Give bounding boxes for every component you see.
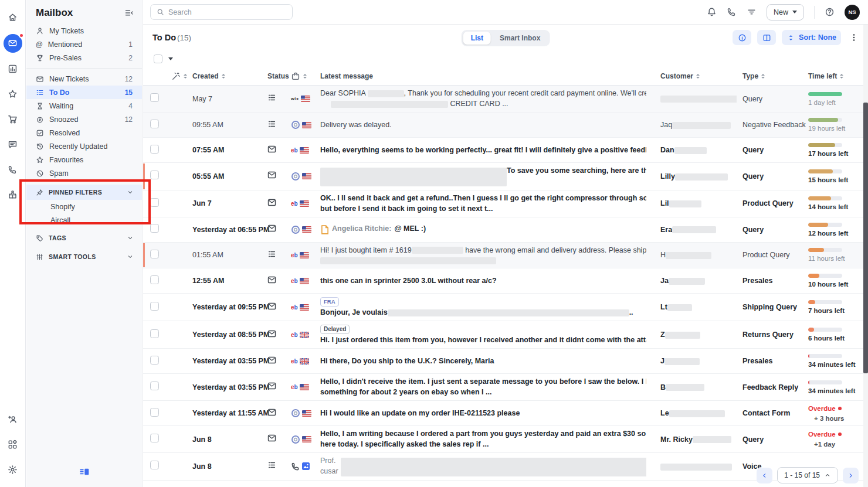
row-checkbox[interactable] (150, 145, 159, 154)
row-checkbox[interactable] (150, 408, 159, 417)
ticket-row[interactable]: Jun 7 eb OK.. I ll send it back and get … (143, 190, 868, 217)
call-icon[interactable] (727, 7, 737, 17)
row-checkbox[interactable] (150, 198, 159, 207)
ticket-row[interactable]: 05:55 AM To save you some searching, her… (143, 163, 868, 190)
row-checkbox[interactable] (150, 120, 159, 128)
row-checkbox[interactable] (150, 250, 159, 258)
more-options-button[interactable] (849, 33, 859, 42)
columns-button[interactable] (757, 30, 776, 45)
filter-icon[interactable] (747, 7, 757, 17)
row-checkbox-cell (150, 329, 171, 340)
ticket-row[interactable]: 07:55 AM eb Hello, everything seems to b… (143, 138, 868, 163)
rail-apps[interactable] (4, 436, 22, 454)
sidebar-item-favourites[interactable]: Favourites (26, 153, 142, 166)
rail-favorites[interactable] (4, 86, 22, 103)
rail-products[interactable] (4, 186, 22, 204)
ticket-row[interactable]: 09:55 AM Delivery was delayed. Jaq Negat… (143, 113, 868, 138)
row-checkbox[interactable] (150, 382, 159, 390)
collapse-sidebar-icon[interactable] (124, 8, 134, 18)
message-text: To save you some searching, here are thi… (507, 166, 646, 175)
header-created[interactable]: Created (192, 72, 267, 80)
time-left-label: 34 minutes left (808, 387, 859, 394)
ticket-row[interactable]: Jun 8 Hello, I am writing because I orde… (143, 426, 868, 453)
search-input[interactable]: Search (150, 4, 293, 20)
sidebar-item-resolved[interactable]: Resolved (26, 126, 142, 139)
row-checkbox[interactable] (150, 224, 159, 233)
ticket-row[interactable]: Yesterday at 08:55 PM eb DelayedHi. I ju… (143, 321, 868, 349)
sidebar-section-pinned-filters[interactable]: PINNED FILTERS (26, 185, 142, 200)
row-checkbox[interactable] (150, 171, 159, 179)
sidebar-item-pre-sales[interactable]: Pre-Sales 2 (26, 51, 142, 64)
pinned-filter-aircall[interactable]: Aircall (26, 213, 142, 227)
tab-smart-inbox[interactable]: Smart Inbox (492, 32, 548, 45)
sort-button[interactable]: Sort: None (782, 30, 841, 45)
sidebar-item-my-tickets[interactable]: My Tickets (26, 24, 142, 38)
row-checkbox[interactable] (150, 93, 159, 102)
row-checkbox[interactable] (150, 461, 159, 469)
overdue-amount: +1 day (808, 441, 859, 448)
status-cell (267, 145, 291, 156)
row-checkbox[interactable] (150, 275, 159, 284)
rail-calls[interactable] (4, 161, 22, 179)
header-status[interactable]: Status (267, 72, 291, 80)
ticket-row[interactable]: Yesterday at 11:55 AM Hi I would like an… (143, 401, 868, 426)
time-left-label: 10 hours left (808, 281, 859, 288)
sidebar-section-tags[interactable]: TAGS (26, 230, 142, 246)
pagination: 1 - 15 of 15 (757, 467, 859, 483)
page-range-label: 1 - 15 of 15 (784, 471, 820, 479)
row-checkbox[interactable] (150, 434, 159, 442)
row-checkbox[interactable] (150, 356, 159, 365)
pinned-filter-shopify[interactable]: Shopify (26, 200, 142, 213)
tab-list[interactable]: List (463, 32, 491, 45)
header-type[interactable]: Type (737, 72, 802, 80)
sidebar-section-smart-tools[interactable]: SMART TOOLS (26, 249, 142, 264)
help-icon[interactable] (825, 7, 835, 17)
select-dropdown-caret[interactable] (168, 57, 173, 60)
ticket-row[interactable]: Yesterday at 06:55 PM Angelica Ritchie:@… (143, 217, 868, 243)
sidebar-item-waiting[interactable]: Waiting 4 (26, 99, 142, 113)
message-badge: FRA (320, 297, 339, 306)
content-header-actions: Sort: None (733, 30, 859, 45)
rail-reports[interactable] (4, 60, 22, 78)
ticket-row[interactable]: 12:55 AM eb this one can in sprinter 250… (143, 268, 868, 294)
row-checkbox[interactable] (150, 329, 159, 338)
info-button[interactable] (733, 30, 751, 45)
sidebar-item-spam[interactable]: Spam (26, 166, 142, 180)
header-smart-sort[interactable] (171, 71, 192, 81)
ticket-row[interactable]: Yesterday at 03:55 PM eb Hello, I didn't… (143, 374, 868, 401)
new-button[interactable]: New (767, 4, 804, 21)
header-channel[interactable] (291, 71, 320, 81)
sidebar-item-recently-updated[interactable]: Recently Updated (26, 139, 142, 153)
expand-panel-icon[interactable] (80, 467, 89, 476)
sidebar-item-new-tickets[interactable]: New Tickets 12 (26, 72, 142, 86)
scrollbar-thumb[interactable] (863, 103, 868, 373)
notifications-icon[interactable] (707, 7, 717, 17)
ticket-row[interactable]: Yesterday at 03:55 PM eb Hi there, Do yo… (143, 349, 868, 374)
rail-orders[interactable] (4, 111, 22, 128)
created-cell: 01:55 AM (192, 251, 267, 259)
row-checkbox[interactable] (150, 302, 159, 311)
ticket-row[interactable]: 01:55 AM eb Hi! I just bought item # 161… (143, 243, 868, 269)
ticket-row[interactable]: May 7 wix Dear SOPHIA , Thank you for sc… (143, 86, 868, 113)
rail-home[interactable] (4, 9, 22, 26)
header-latest-message[interactable]: Latest message (320, 72, 655, 80)
message-text: Hi there, Do you ship to the U.K.? Since… (320, 357, 494, 366)
ticket-row[interactable]: Yesterday at 09:55 PM eb FRABonjour, Je … (143, 294, 868, 321)
rail-invite-user[interactable] (4, 411, 22, 428)
rail-chats[interactable] (4, 136, 22, 154)
header-customer[interactable]: Customer (655, 72, 737, 80)
sidebar-item-to-do[interactable]: To Do 15 (26, 86, 142, 99)
time-left-label: 15 hours left (808, 176, 859, 183)
avatar[interactable]: NS (845, 5, 860, 20)
next-page-button[interactable] (843, 468, 859, 483)
rail-inbox[interactable] (4, 34, 22, 53)
scrollbar[interactable] (863, 25, 868, 487)
prev-page-button[interactable] (757, 468, 772, 483)
select-all-checkbox[interactable] (154, 55, 162, 63)
sidebar-item-snoozed[interactable]: Snoozed 12 (26, 113, 142, 126)
rail-settings[interactable] (4, 461, 22, 479)
page-range-button[interactable]: 1 - 15 of 15 (777, 467, 838, 483)
sidebar-item-mentioned[interactable]: @ Mentioned 1 (26, 38, 142, 51)
header-time-left[interactable]: Time left (802, 72, 859, 80)
snooze-icon (36, 115, 44, 124)
